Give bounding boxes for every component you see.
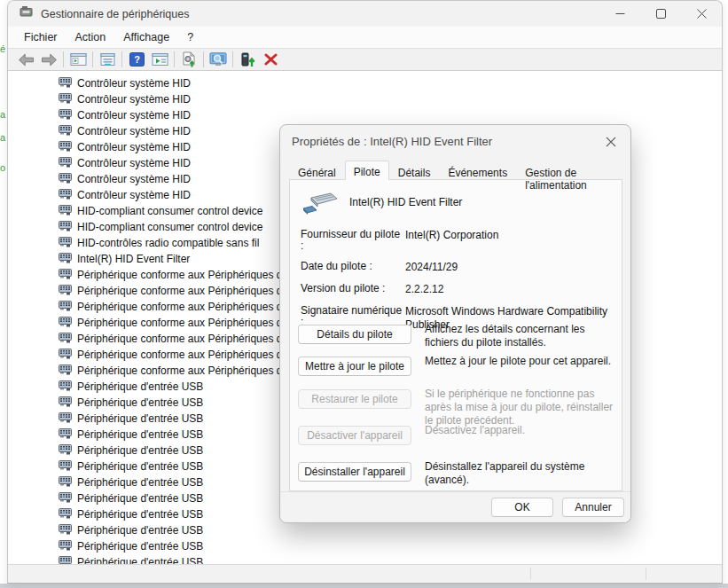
tree-item-label: Contrôleur système HID <box>77 141 191 153</box>
d-sactiver-l-appareil-button: Désactiver l'appareil <box>298 426 411 445</box>
tab-gestion-de-l-alimentation[interactable]: Gestion de l'alimentation <box>516 163 630 179</box>
toolbar-separator <box>174 51 175 67</box>
action-description: Mettez à jour le pilote pour cet apparei… <box>425 355 611 376</box>
add-drivers-icon[interactable] <box>236 50 259 69</box>
device-manager-icon <box>20 5 33 22</box>
status-bar <box>8 564 722 583</box>
tree-item-label: Contrôleur système HID <box>77 93 191 106</box>
tree-item-label: Périphérique d'entrée USB <box>77 524 203 537</box>
update-driver-icon[interactable] <box>177 50 200 69</box>
field-label: Fournisseur du pilote : <box>301 229 405 252</box>
tab-pilote[interactable]: Pilote <box>345 161 389 180</box>
field-row: Version du pilote :2.2.2.12 <box>301 283 614 296</box>
field-label: Date du pilote : <box>301 261 405 274</box>
dialog-close-icon[interactable] <box>601 133 621 151</box>
d-tails-du-pilote-button[interactable]: Détails du pilote <box>298 325 411 344</box>
tab-d-tails[interactable]: Détails <box>389 163 440 179</box>
dialog-tabs: GénéralPiloteDétailsÉvénementsGestion de… <box>289 160 630 179</box>
tree-item-label: Contrôleur système HID <box>77 157 191 169</box>
tree-item-label: Périphérique conforme aux Périphériques … <box>77 301 282 313</box>
background-text-fragment: a <box>0 110 7 120</box>
tree-item-label: Périphérique conforme aux Périphériques … <box>77 333 282 345</box>
tree-item-label: Périphérique conforme aux Périphériques … <box>77 365 282 377</box>
action-description: Affichez les détails concernant les fich… <box>425 323 615 349</box>
field-row: Fournisseur du pilote :Intel(R) Corporat… <box>301 229 614 252</box>
hid-device-icon <box>59 283 72 299</box>
action-description: Désactivez l'appareil. <box>425 424 525 445</box>
tree-item-label: Périphérique conforme aux Périphériques … <box>77 285 282 297</box>
tree-item-label: HID-compliant consumer control device <box>77 221 262 233</box>
hid-device-icon <box>59 490 72 506</box>
cancel-button[interactable]: Annuler <box>562 498 624 517</box>
tree-item-label: Périphérique d'entrée USB <box>77 460 203 473</box>
forward-icon[interactable] <box>37 50 60 69</box>
desktop-strip <box>0 584 728 588</box>
minimize-button[interactable] <box>599 1 640 27</box>
dialog-footer: OK Annuler <box>280 491 630 522</box>
tree-item-label: Périphérique d'entrée USB <box>77 412 203 425</box>
ok-button[interactable]: OK <box>491 498 553 517</box>
hid-device-icon <box>59 379 72 395</box>
hid-device-icon <box>59 155 72 171</box>
hid-device-icon <box>59 203 72 219</box>
restaurer-le-pilote-button: Restaurer le pilote <box>298 389 411 409</box>
tree-item-p-riph-rique-d-entr-e-usb[interactable]: Périphérique d'entrée USB <box>8 554 722 564</box>
tree-item-label: Périphérique d'entrée USB <box>77 380 203 393</box>
help-icon[interactable]: ? <box>125 50 148 69</box>
menu-affichage[interactable]: Affichage <box>114 31 178 43</box>
window-title: Gestionnaire de périphériques <box>41 8 189 20</box>
d-sinstaller-l-appareil-button[interactable]: Désinstaller l'appareil <box>298 462 411 482</box>
tree-item-contr-leur-syst-me-hid[interactable]: Contrôleur système HID <box>8 91 722 107</box>
tab-g-n-ral[interactable]: Général <box>289 163 345 179</box>
menu-help[interactable]: ? <box>178 31 202 43</box>
maximize-button[interactable] <box>640 1 681 27</box>
tree-item-p-riph-rique-d-entr-e-usb[interactable]: Périphérique d'entrée USB <box>8 522 722 538</box>
properties-dialog: Propriétés de : Intel(R) HID Event Filte… <box>279 124 631 523</box>
toolbar-separator <box>121 51 122 67</box>
close-button[interactable] <box>681 1 722 27</box>
hid-device-icon <box>59 107 72 123</box>
tree-item-contr-leur-syst-me-hid[interactable]: Contrôleur système HID <box>8 107 722 123</box>
hid-device-icon <box>59 506 72 522</box>
hid-device-icon <box>59 315 72 331</box>
device-header: Intel(R) HID Event Filter <box>301 191 462 221</box>
tab-v-nements[interactable]: Événements <box>439 163 516 179</box>
tree-item-contr-leur-syst-me-hid[interactable]: Contrôleur système HID <box>8 75 722 91</box>
menu-fichier[interactable]: Fichier <box>15 31 67 43</box>
menu-action[interactable]: Action <box>67 31 115 43</box>
hid-device-icon <box>59 235 72 251</box>
field-label: Version du pilote : <box>301 283 405 296</box>
scan-hardware-changes-icon[interactable] <box>207 50 230 69</box>
tree-item-label: Périphérique d'entrée USB <box>77 508 203 521</box>
svg-text:?: ? <box>134 54 140 65</box>
field-value: 2.2.2.12 <box>405 283 614 296</box>
status-bar-separator <box>646 568 646 580</box>
tree-item-p-riph-rique-d-entr-e-usb[interactable]: Périphérique d'entrée USB <box>8 538 722 554</box>
background-text-fragment: o <box>0 163 7 173</box>
mettre-jour-le-pilote-button[interactable]: Mettre à jour le pilote <box>298 357 411 376</box>
background-text-fragment: a <box>0 133 7 143</box>
action-row: Désactiver l'appareilDésactivez l'appare… <box>298 426 615 445</box>
tree-item-label: HID-contrôles radio compatible sans fil <box>77 237 259 249</box>
tree-item-label: Périphérique d'entrée USB <box>77 428 203 441</box>
tree-item-label: Périphérique d'entrée USB <box>77 492 203 505</box>
properties-icon[interactable] <box>96 50 119 69</box>
toolbar-separator <box>63 51 64 67</box>
uninstall-device-icon[interactable] <box>259 50 282 69</box>
show-console-tree-icon[interactable] <box>67 50 90 69</box>
tree-item-label: Périphérique d'entrée USB <box>77 396 203 409</box>
hid-device-icon <box>59 251 72 267</box>
field-row: Date du pilote :2024/11/29 <box>301 261 614 274</box>
hid-device-icon <box>59 347 72 363</box>
back-icon[interactable] <box>14 50 37 69</box>
toolbar-separator <box>92 51 93 67</box>
tree-item-label: Contrôleur système HID <box>77 173 191 185</box>
tree-item-label: Contrôleur système HID <box>77 189 191 201</box>
show-action-pane-icon[interactable] <box>148 50 171 69</box>
tree-item-label: Périphérique d'entrée USB <box>77 540 203 553</box>
hid-device-icon <box>59 363 72 379</box>
dialog-title: Propriétés de : Intel(R) HID Event Filte… <box>292 135 492 148</box>
toolbar-separator <box>203 51 204 67</box>
hid-device-icon <box>59 538 72 554</box>
toolbar-separator <box>232 51 233 67</box>
